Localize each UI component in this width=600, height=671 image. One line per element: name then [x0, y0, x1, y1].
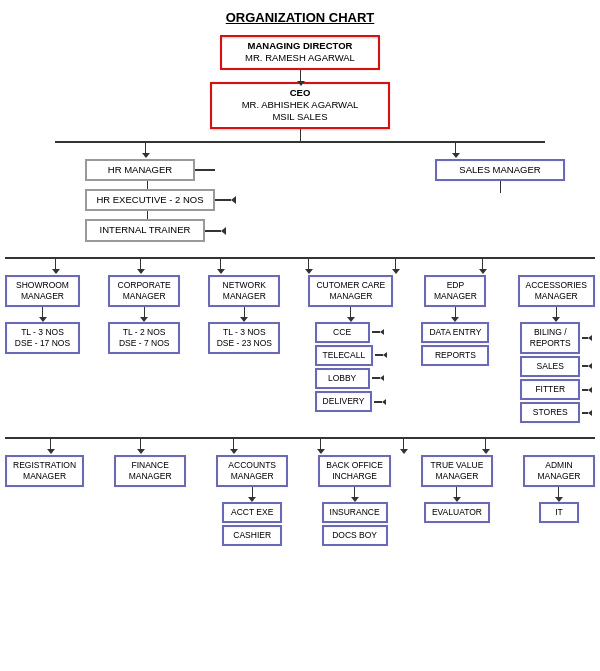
trainer-arrowhead — [221, 227, 226, 235]
spacer3 — [5, 259, 595, 275]
trainer-arrow — [205, 227, 226, 235]
corporate-label: CORPORATEMANAGER — [116, 280, 172, 302]
corporate-sub-label: TL - 2 NOSDSE - 7 NOS — [116, 327, 172, 349]
finance-box: FINANCEMANAGER — [114, 455, 186, 487]
managers-row: SHOWROOMMANAGER TL - 3 NOSDSE - 17 NOS C… — [5, 275, 595, 423]
it-box: IT — [539, 502, 579, 523]
reports-box: REPORTS — [421, 345, 489, 366]
reg-label: REGISTRATIONMANAGER — [13, 460, 76, 482]
billing-row: BILING /REPORTS — [520, 322, 592, 354]
telecall-box: TELECALL — [315, 345, 374, 366]
cce-row: CCE — [315, 322, 384, 343]
delivery-arrow — [374, 399, 386, 405]
admin-col: ADMINMANAGER IT — [523, 455, 595, 523]
ceo-label: CEO — [218, 87, 382, 99]
spacer5 — [5, 439, 595, 455]
telecall-arrow — [375, 352, 387, 358]
finance-label: FINANCEMANAGER — [122, 460, 178, 482]
reg-col: REGISTRATIONMANAGER — [5, 455, 84, 487]
corporate-manager-box: CORPORATEMANAGER — [108, 275, 180, 307]
customer-care-box: CUTOMER CAREMANAGER — [308, 275, 393, 307]
trainer-line — [205, 230, 221, 232]
registration-box: REGISTRATIONMANAGER — [5, 455, 84, 487]
corporate-col: CORPORATEMANAGER TL - 2 NOSDSE - 7 NOS — [108, 275, 180, 354]
bottom-managers-row: REGISTRATIONMANAGER FINANCEMANAGER ACCOU… — [5, 455, 595, 546]
admin-label: ADMINMANAGER — [531, 460, 587, 482]
backoffice-subs: INSURANCE DOCS BOY — [322, 502, 388, 546]
level2-row: HR MANAGER HR EXECUTIVE - 2 NOS — [5, 159, 595, 242]
backoffice-box: BACK OFFICEINCHARGE — [318, 455, 391, 487]
lobby-row: LOBBY — [315, 368, 384, 389]
arrow-hr — [142, 153, 150, 158]
customer-care-col: CUTOMER CAREMANAGER CCE — [308, 275, 393, 412]
accounts-label: ACCOUNTSMANAGER — [224, 460, 280, 482]
sales-manager-label: SALES MANAGER — [443, 164, 557, 176]
edp-manager-box: EDPMANAGER — [424, 275, 486, 307]
spacer4 — [5, 423, 595, 437]
hr-manager-label: HR MANAGER — [93, 164, 187, 176]
hr-manager-box: HR MANAGER — [85, 159, 195, 181]
hr-down1 — [147, 181, 148, 189]
hr-exec-arrow — [215, 196, 236, 204]
fitter-box: FITTER — [520, 379, 580, 400]
fitter-row: FITTER — [520, 379, 592, 400]
chart-area: MANAGING DIRECTOR MR. RAMESH AGARWAL CEO… — [5, 35, 595, 546]
sales-section: SALES MANAGER — [435, 159, 565, 193]
showroom-manager-box: SHOWROOMMANAGER — [5, 275, 80, 307]
internal-trainer-row: INTERNAL TRAINER — [85, 219, 226, 241]
spacer2 — [5, 242, 595, 257]
ceo-box: CEO MR. ABHISHEK AGARWAL MSIL SALES — [210, 82, 390, 129]
delivery-row: DELIVERY — [315, 391, 387, 412]
page-title: ORGANIZATION CHART — [5, 10, 595, 25]
network-sub-label: TL - 3 NOSDSE - 23 NOS — [216, 327, 272, 349]
lobby-arrow — [372, 375, 384, 381]
data-entry-box: DATA ENTRY — [421, 322, 489, 343]
main-chart: HR MANAGER HR EXECUTIVE - 2 NOS — [5, 141, 595, 547]
hr-exec-line — [215, 199, 231, 201]
truevalue-col: TRUE VALUEMANAGER EVALUATOR — [421, 455, 493, 523]
edp-subs: DATA ENTRY REPORTS — [421, 322, 489, 366]
ceo-sub1: MR. ABHISHEK AGARWAL — [218, 99, 382, 111]
hr-executive-row: HR EXECUTIVE - 2 NOS — [85, 189, 236, 211]
docs-boy-box: DOCS BOY — [322, 525, 388, 546]
internal-trainer-box: INTERNAL TRAINER — [85, 219, 205, 241]
top-h-line — [55, 141, 545, 143]
backoffice-col: BACK OFFICEINCHARGE INSURANCE DOCS BOY — [318, 455, 391, 546]
delivery-box: DELIVERY — [315, 391, 373, 412]
hr-executive-box: HR EXECUTIVE - 2 NOS — [85, 189, 215, 211]
finance-col: FINANCEMANAGER — [114, 455, 186, 487]
sales-down — [500, 181, 501, 193]
showroom-label: SHOWROOMMANAGER — [13, 280, 72, 302]
edp-col: EDPMANAGER DATA ENTRY REPORTS — [421, 275, 489, 366]
accounts-col: ACCOUNTSMANAGER ACCT EXE CASHIER — [216, 455, 288, 546]
billing-box: BILING /REPORTS — [520, 322, 580, 354]
managing-director-label: MANAGING DIRECTOR — [228, 40, 372, 52]
corporate-sub-box: TL - 2 NOSDSE - 7 NOS — [108, 322, 180, 354]
accounts-subs: ACCT EXE CASHIER — [222, 502, 282, 546]
cce-box: CCE — [315, 322, 370, 343]
managers-h-line — [5, 257, 595, 259]
stores-box: STORES — [520, 402, 580, 423]
managing-director-sub: MR. RAMESH AGARWAL — [228, 52, 372, 64]
showroom-sub-box: TL - 3 NOSDSE - 17 NOS — [5, 322, 80, 354]
hr-exec-arrowhead — [231, 196, 236, 204]
telecall-row: TELECALL — [315, 345, 388, 366]
hr-section: HR MANAGER HR EXECUTIVE - 2 NOS — [85, 159, 236, 242]
showroom-sub-label: TL - 3 NOSDSE - 17 NOS — [13, 327, 72, 349]
network-manager-box: NETWORKMANAGER — [208, 275, 280, 307]
admin-box: ADMINMANAGER — [523, 455, 595, 487]
accessories-manager-box: ACCESSORIESMANAGER — [518, 275, 595, 307]
truevalue-label: TRUE VALUEMANAGER — [429, 460, 485, 482]
hr-conn1 — [195, 169, 215, 171]
sales-row: SALES — [520, 356, 592, 377]
accounts-box: ACCOUNTSMANAGER — [216, 455, 288, 487]
accessories-label: ACCESSORIESMANAGER — [526, 280, 587, 302]
hr-executive-label: HR EXECUTIVE - 2 NOS — [93, 194, 207, 206]
sales-sub-box: SALES — [520, 356, 580, 377]
ceo-sub2: MSIL SALES — [218, 111, 382, 123]
accessories-col: ACCESSORIESMANAGER BILING /REPORTS — [518, 275, 595, 423]
network-label: NETWORKMANAGER — [216, 280, 272, 302]
hr-down2 — [147, 211, 148, 219]
arrow-sales — [452, 153, 460, 158]
acc-subs: BILING /REPORTS SALES — [520, 322, 592, 423]
